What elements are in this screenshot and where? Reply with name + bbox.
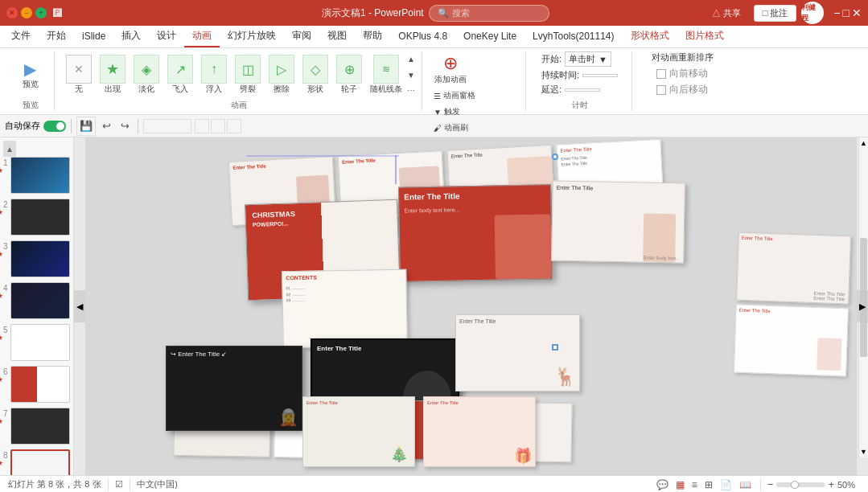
maximize-button[interactable]: + [35,7,47,18]
tab-animation[interactable]: 动画 [184,26,220,47]
color-box[interactable] [143,119,191,133]
slide-thumb-4[interactable]: 4 ★ [3,282,70,319]
normal-view-btn[interactable]: ▦ [673,479,687,490]
anim-random[interactable]: ≋ 随机线条 [367,53,405,96]
slide-thumb-5[interactable]: 5 ★ [3,324,70,361]
zoom-slider-thumb[interactable] [791,481,799,489]
slide-thumb-2[interactable]: 2 ★ [3,199,70,236]
tab-file[interactable]: 文件 [3,26,39,47]
reading-view-btn[interactable]: 📖 [737,479,754,490]
trigger-button[interactable]: ▼ 触发 [430,105,479,119]
anim-scroll-down[interactable]: ▼ [407,71,415,80]
zoom-out-button[interactable]: − [767,478,774,490]
comment-button[interactable]: □ 批注 [754,5,797,22]
tab-islide[interactable]: iSlide [74,26,113,47]
tab-onekeylite[interactable]: OneKey Lite [455,26,525,47]
anim-scroll-up[interactable]: ▲ [407,55,415,64]
window-resize-button[interactable]: □ [843,6,849,19]
slide-img-6 [10,366,70,403]
tab-home[interactable]: 开始 [39,26,74,47]
status-right: 💬 ▦ ≡ ⊞ 📄 📖 − + 50% [654,478,860,490]
handle-top-right[interactable] [552,154,558,160]
anim-painter-button[interactable]: 🖌 动画刷 [430,121,479,135]
anim-split[interactable]: ◫ 劈裂 [232,53,264,96]
slide-thumb-6[interactable]: 6 ★ [3,366,70,403]
tab-slideshow[interactable]: 幻灯片放映 [220,26,284,47]
preview-button[interactable]: ▶ 预览 [16,58,45,92]
slide-thumb-3[interactable]: 3 ★ [3,240,70,277]
window-close-button[interactable]: ✕ [852,6,862,19]
undo-button[interactable]: ↩ [99,119,114,133]
format-btn-3[interactable] [227,119,241,133]
right-slide-2[interactable]: Enter The Title [734,305,849,377]
move-earlier-checkbox[interactable] [656,69,666,79]
canvas-scroll-left[interactable]: ◀ [74,290,85,322]
ribbon-group-animation: ✕ 无 ★ 出现 ◈ 淡化 ↗ 飞入 ↑ 浮入 [56,51,422,111]
anim-fly[interactable]: ↗ 飞入 [164,53,196,96]
reindeer-slide[interactable]: Enter The Title 🦌 [455,314,580,392]
anim-more[interactable]: ⋯ [407,86,415,95]
snow-globe-slide[interactable]: Enter The Title 🎄 [302,396,415,467]
ribbon-collapse-button[interactable]: − [833,6,840,19]
vscroll-down[interactable]: ▼ [859,446,868,457]
add-animation-button[interactable]: ⊕ 添加动画 [430,51,471,87]
save-button[interactable]: 💾 [76,117,96,136]
tab-image-format[interactable]: 图片格式 [677,26,732,47]
avatar[interactable]: 利健 程 [801,2,824,24]
format-btn-1[interactable] [195,119,209,133]
anim-wheel[interactable]: ⊕ 轮子 [333,53,365,96]
anim-wipe[interactable]: ▷ 擦除 [265,53,298,96]
outline-view-btn[interactable]: ≡ [689,479,700,490]
vscroll-up[interactable]: ▲ [859,137,868,149]
slide-num-area-2: 2 ★ [3,199,8,210]
contents-slide[interactable]: CONTENTS 01 ............02 ............0… [282,269,408,349]
anim-none[interactable]: ✕ 无 [63,53,95,96]
move-later-checkbox[interactable] [656,85,666,95]
notes-view-btn[interactable]: 📄 [718,479,734,490]
animation-buttons: ✕ 无 ★ 出现 ◈ 淡化 ↗ 飞入 ↑ 浮入 [63,51,415,98]
slide-thumb-7[interactable]: 7 ★ [3,408,70,445]
zoom-in-button[interactable]: + [828,478,834,490]
autosave-toggle[interactable] [43,121,66,132]
canvas-scroll-right[interactable]: ▶ [857,290,868,322]
tab-okplus[interactable]: OKPlus 4.8 [390,26,455,47]
elf-slide[interactable]: ↪ Enter The Title ↙ 🧝 [166,346,302,431]
elf-title: ↪ Enter The Title ↙ [167,346,302,362]
zoom-level[interactable]: 50% [837,480,860,490]
tab-lvyhtools[interactable]: LvyhTools(201114) [525,26,622,47]
scroll-up-button[interactable]: ▲ [3,141,16,157]
sorter-view-btn[interactable]: ⊞ [702,479,715,490]
handle-bottom-right[interactable] [552,344,558,351]
redo-button[interactable]: ↪ [117,119,133,133]
fly-icon: ↗ [167,55,193,84]
anim-fade[interactable]: ◈ 淡化 [130,53,162,96]
anim-shape[interactable]: ◇ 形状 [299,53,331,96]
duration-input[interactable] [582,74,618,77]
tab-review[interactable]: 审阅 [284,26,319,47]
slide-thumb-8[interactable]: 8 ★ [3,449,70,475]
comments-view-btn[interactable]: 💬 [654,479,671,490]
minimize-button[interactable]: − [21,7,32,18]
anim-float[interactable]: ↑ 浮入 [198,53,230,96]
tab-shape-format[interactable]: 形状格式 [623,26,677,47]
scroll-top: ▲ [3,141,70,157]
tab-insert[interactable]: 插入 [113,26,149,47]
start-dropdown[interactable]: 单击时 ▼ [565,51,611,67]
gift-slide[interactable]: Enter The Title 🎁 [423,396,536,467]
share-button[interactable]: △ 共享 [704,6,749,21]
zoom-slider-track[interactable] [776,482,825,487]
tab-view[interactable]: 视图 [319,26,355,47]
right-slide-1[interactable]: Enter The Title Enter The TitleEnter The… [736,232,851,305]
slide-thumb-1[interactable]: 1 ★ [3,157,70,194]
anim-pane-button[interactable]: ☰ 动画窗格 [430,88,479,103]
format-btn-2[interactable] [211,119,225,133]
anim-appear[interactable]: ★ 出现 [97,53,129,96]
delay-input[interactable] [565,88,600,92]
tab-design[interactable]: 设计 [149,26,184,47]
main-slide-red[interactable]: Enter The Title Enter body text here... [398,184,553,281]
tab-help[interactable]: 帮助 [355,26,390,47]
trigger-icon: ▼ [434,108,442,117]
search-box[interactable]: 🔍 搜索 [429,5,549,22]
santa-slide[interactable]: Enter The Title Enter body text... [551,181,685,264]
close-button[interactable]: ✕ [6,7,18,18]
